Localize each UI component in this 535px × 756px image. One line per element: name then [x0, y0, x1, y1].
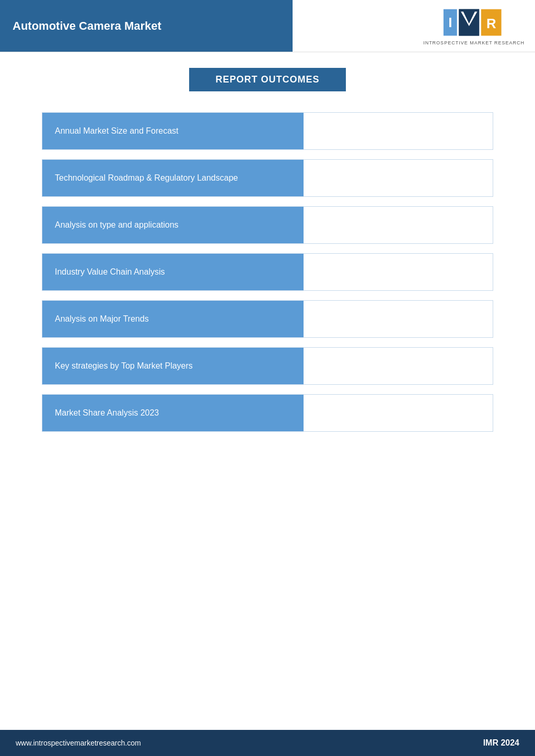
svg-text:R: R: [486, 16, 496, 30]
page-title: Automotive Camera Market: [13, 19, 161, 33]
outcome-item-3: Analysis on type and applications: [42, 206, 493, 244]
outcome-item-6-right: [304, 348, 493, 384]
outcome-item-1-right: [304, 113, 493, 149]
outcome-item-7-right: [304, 395, 493, 431]
page-footer: www.introspectivemarketresearch.com IMR …: [0, 730, 535, 756]
outcome-item-5-right: [304, 301, 493, 337]
outcome-item-4: Industry Value Chain Analysis: [42, 253, 493, 291]
header-title-bar: Automotive Camera Market: [0, 0, 293, 52]
svg-text:I: I: [448, 15, 452, 29]
outcome-item-3-right: [304, 207, 493, 243]
logo-tagline: INTROSPECTIVE MARKET RESEARCH: [423, 40, 525, 45]
outcome-item-4-right: [304, 254, 493, 290]
outcome-item-3-label: Analysis on type and applications: [42, 207, 304, 243]
outcome-item-1: Annual Market Size and Forecast: [42, 112, 493, 150]
report-outcomes-badge: REPORT OUTCOMES: [189, 68, 345, 91]
outcome-items-list: Annual Market Size and Forecast Technolo…: [42, 112, 493, 432]
footer-year: IMR 2024: [483, 738, 519, 748]
outcome-item-5-label: Analysis on Major Trends: [42, 301, 304, 337]
outcome-item-6: Key strategies by Top Market Players: [42, 347, 493, 385]
outcome-item-2: Technological Roadmap & Regulatory Lands…: [42, 159, 493, 197]
outcome-item-1-label: Annual Market Size and Forecast: [42, 113, 304, 149]
outcome-item-2-right: [304, 160, 493, 196]
outcome-item-5: Analysis on Major Trends: [42, 300, 493, 338]
outcome-item-2-label: Technological Roadmap & Regulatory Lands…: [42, 160, 304, 196]
logo-area: I R INTROSPECTIVE MARKET RESEARCH: [293, 0, 535, 52]
outcome-item-7: Market Share Analysis 2023: [42, 394, 493, 432]
page-header: Automotive Camera Market I R INTROSPECTI…: [0, 0, 535, 52]
report-outcomes-header: REPORT OUTCOMES: [42, 68, 493, 91]
main-content: REPORT OUTCOMES Annual Market Size and F…: [0, 52, 535, 457]
outcome-item-6-label: Key strategies by Top Market Players: [42, 348, 304, 384]
footer-url: www.introspectivemarketresearch.com: [16, 739, 141, 747]
company-logo: I R INTROSPECTIVE MARKET RESEARCH: [423, 7, 525, 45]
outcome-item-7-label: Market Share Analysis 2023: [42, 395, 304, 431]
outcome-item-4-label: Industry Value Chain Analysis: [42, 254, 304, 290]
logo-graphic: I R: [443, 7, 505, 38]
